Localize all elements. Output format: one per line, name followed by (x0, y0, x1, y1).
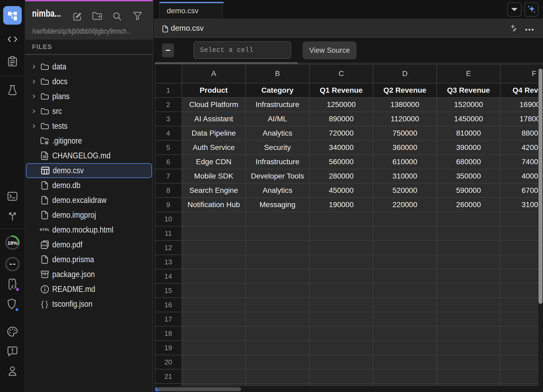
svg-text:PDF: PDF (42, 244, 47, 247)
svg-text:18%: 18% (7, 240, 17, 246)
